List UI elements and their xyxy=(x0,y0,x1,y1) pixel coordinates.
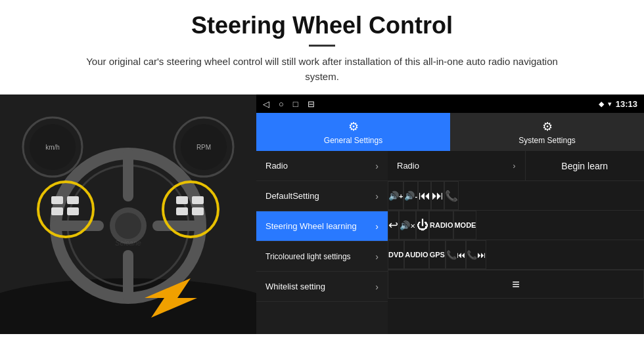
page-title: Steering Wheel Control xyxy=(26,12,618,39)
menu-item-radio-label: Radio xyxy=(265,161,375,171)
header-section: Steering Wheel Control Your original car… xyxy=(0,0,644,91)
status-bar: ◁ ○ □ ⊟ ◆ ▾ 13:13 xyxy=(256,95,644,113)
right-panel: Radio › Begin learn 🔊+ 🔊- xyxy=(388,151,644,334)
svg-rect-14 xyxy=(51,207,63,215)
svg-text:RPM: RPM xyxy=(196,144,211,151)
svg-text:Seicane: Seicane xyxy=(115,239,141,247)
svg-rect-16 xyxy=(176,196,188,204)
last-row: ≡ xyxy=(388,270,644,299)
top-row: Radio › Begin learn xyxy=(388,151,644,181)
title-divider xyxy=(309,45,335,47)
power-button[interactable]: ⏻ xyxy=(416,211,429,240)
audio-label: AUDIO xyxy=(405,251,428,259)
call-next-button[interactable]: 📞⏭ xyxy=(466,240,486,269)
general-settings-label: General Settings xyxy=(324,136,382,145)
settings-tabs: ⚙ General Settings ⚙ System Settings xyxy=(256,113,644,151)
call-next-icon: 📞⏭ xyxy=(467,250,486,260)
page-wrapper: Steering Wheel Control Your original car… xyxy=(0,0,644,334)
control-row-1: 🔊+ 🔊- ⏮ ⏭ 📞 xyxy=(388,181,644,211)
menu-chevron-default: › xyxy=(375,191,379,201)
svg-rect-17 xyxy=(192,196,204,204)
menu-item-steering-wheel[interactable]: Steering Wheel learning › xyxy=(256,211,388,242)
general-settings-icon: ⚙ xyxy=(348,119,359,134)
call-prev-button[interactable]: 📞⏮ xyxy=(446,240,466,269)
recents-icon[interactable]: □ xyxy=(293,99,298,109)
power-icon: ⏻ xyxy=(417,219,428,232)
gps-label: GPS xyxy=(430,251,445,259)
vol-up-icon: 🔊+ xyxy=(388,191,403,201)
control-row-2: ↩ 🔊✕ ⏻ RADIO MODE xyxy=(388,211,644,240)
status-time: 13:13 xyxy=(616,99,637,109)
control-row-3: DVD AUDIO GPS 📞⏮ 📞⏭ xyxy=(388,240,644,270)
radio-cell: Radio › xyxy=(388,151,526,180)
radio-btn-label: RADIO xyxy=(430,221,453,229)
prev-track-icon: ⏮ xyxy=(419,189,430,203)
mode-btn[interactable]: MODE xyxy=(453,211,476,240)
back-button[interactable]: ↩ xyxy=(388,211,399,240)
menu-icon-button[interactable]: ≡ xyxy=(388,270,644,299)
menu-chevron-radio: › xyxy=(375,161,379,171)
android-ui: ◁ ○ □ ⊟ ◆ ▾ 13:13 ⚙ General Settings xyxy=(256,95,644,334)
subtitle: Your original car's steering wheel contr… xyxy=(76,54,568,84)
mute-icon: 🔊✕ xyxy=(400,221,415,230)
phone-button[interactable]: 📞 xyxy=(444,181,459,210)
back-icon: ↩ xyxy=(388,218,398,232)
home-icon[interactable]: ○ xyxy=(279,99,284,109)
svg-text:km/h: km/h xyxy=(45,144,60,151)
vol-down-icon: 🔊- xyxy=(404,191,417,201)
menu-item-default-label: DefaultSetting xyxy=(265,191,375,201)
menu-item-default-setting[interactable]: DefaultSetting › xyxy=(256,181,388,211)
menu-chevron-steering: › xyxy=(375,221,379,232)
car-image-container: km/h RPM Seicane xyxy=(0,95,256,334)
gps-button[interactable]: GPS xyxy=(429,240,446,269)
content-row: km/h RPM Seicane ◁ ○ □ ⊟ xyxy=(0,95,644,334)
menu-item-tricoloured[interactable]: Tricoloured light settings › xyxy=(256,242,388,272)
svg-rect-13 xyxy=(67,196,79,204)
begin-learn-label: Begin learn xyxy=(561,161,608,171)
menu-item-tricoloured-label: Tricoloured light settings xyxy=(265,252,375,261)
menu-chevron-tricoloured: › xyxy=(375,251,379,262)
svg-rect-12 xyxy=(51,196,63,204)
begin-learn-button[interactable]: Begin learn xyxy=(526,151,645,180)
status-bar-right: ◆ ▾ 13:13 xyxy=(599,99,637,109)
system-settings-label: System Settings xyxy=(518,136,576,145)
menu-chevron-whitelist: › xyxy=(375,282,379,292)
menu-list: Radio › DefaultSetting › Steering Wheel … xyxy=(256,151,388,334)
dvd-button[interactable]: DVD xyxy=(388,240,404,269)
menu-item-whitelist-label: Whitelist setting xyxy=(265,282,375,291)
system-settings-icon: ⚙ xyxy=(542,119,553,134)
radio-chevron: › xyxy=(513,161,515,171)
tab-general-settings[interactable]: ⚙ General Settings xyxy=(256,113,450,151)
menu-item-whitelist[interactable]: Whitelist setting › xyxy=(256,272,388,302)
radio-label: Radio xyxy=(397,161,419,171)
radio-btn[interactable]: RADIO xyxy=(429,211,453,240)
screenshot-icon[interactable]: ⊟ xyxy=(308,99,315,109)
mode-btn-label: MODE xyxy=(454,221,476,229)
wifi-icon: ▾ xyxy=(608,100,612,108)
menu-item-steering-label: Steering Wheel learning xyxy=(265,221,375,231)
menu-lines-icon: ≡ xyxy=(512,277,520,292)
dvd-label: DVD xyxy=(388,251,403,259)
tab-system-settings[interactable]: ⚙ System Settings xyxy=(450,113,644,151)
audio-button[interactable]: AUDIO xyxy=(404,240,428,269)
svg-rect-19 xyxy=(192,207,204,215)
menu-item-radio[interactable]: Radio › xyxy=(256,151,388,181)
location-icon: ◆ xyxy=(599,100,604,108)
svg-rect-18 xyxy=(176,207,188,215)
prev-track-button[interactable]: ⏮ xyxy=(418,181,431,210)
call-prev-icon: 📞⏮ xyxy=(446,250,465,260)
vol-down-button[interactable]: 🔊- xyxy=(403,181,418,210)
phone-icon: 📞 xyxy=(445,190,458,202)
next-track-icon: ⏭ xyxy=(432,189,444,203)
next-track-button[interactable]: ⏭ xyxy=(431,181,444,210)
svg-point-9 xyxy=(115,213,141,239)
status-bar-left: ◁ ○ □ ⊟ xyxy=(263,99,315,109)
back-nav-icon[interactable]: ◁ xyxy=(263,99,269,109)
main-content: Radio › DefaultSetting › Steering Wheel … xyxy=(256,151,644,334)
svg-rect-15 xyxy=(67,207,79,215)
mute-button[interactable]: 🔊✕ xyxy=(399,211,416,240)
vol-up-button[interactable]: 🔊+ xyxy=(388,181,403,210)
